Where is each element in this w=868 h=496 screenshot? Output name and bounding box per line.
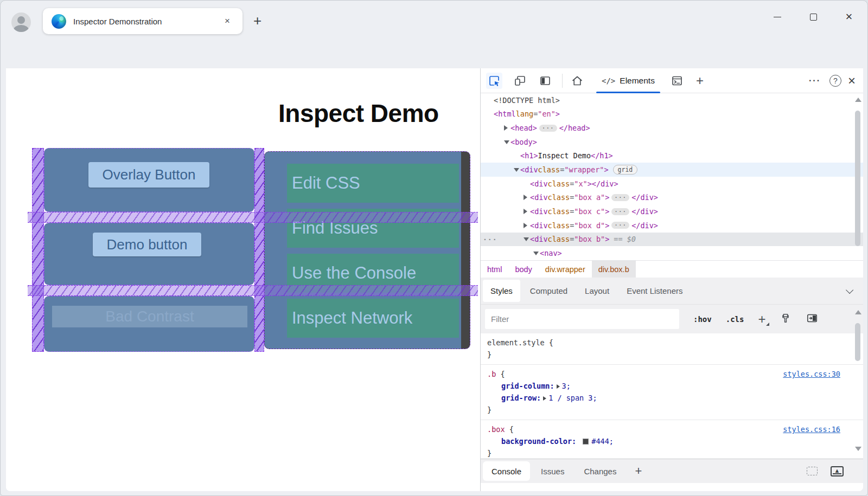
dom-token-val: "box c" <box>574 207 605 216</box>
css-property[interactable]: grid-row:1 / span 3; <box>481 392 863 404</box>
breadcrumb-item[interactable]: html <box>481 261 508 278</box>
styles-tab-layout[interactable]: Layout <box>577 280 617 302</box>
dom-tree-row[interactable]: <nav> <box>481 246 863 260</box>
dom-token-tag: <nav> <box>540 249 562 257</box>
dom-tree-row[interactable]: <body> <box>481 135 863 149</box>
grid-badge[interactable]: grid <box>613 165 638 175</box>
styles-pane: element.style {}.b {styles.css:30grid-co… <box>481 333 863 459</box>
drawer-more-tools-button[interactable]: + <box>635 464 642 478</box>
dom-tree-scrollbar[interactable] <box>853 95 862 260</box>
brush-rendering-icon[interactable] <box>780 312 792 326</box>
styles-tab-computed[interactable]: Computed <box>522 280 575 302</box>
dom-token-attr: class <box>548 179 570 188</box>
expand-shorthand-icon[interactable] <box>557 384 560 389</box>
dom-tree-row[interactable]: <html lang="en"> <box>481 107 863 121</box>
expand-arrow-icon[interactable] <box>523 204 530 218</box>
css-selector[interactable]: .box <box>487 425 505 434</box>
window-maximize-button[interactable] <box>802 7 824 27</box>
styles-filter-input[interactable] <box>485 309 679 329</box>
dom-tree-row[interactable]: <div class="x"></div> <box>481 177 863 191</box>
stylesheet-link[interactable]: styles.css:30 <box>783 368 840 380</box>
collapsed-content-icon[interactable]: ··· <box>611 208 629 215</box>
dom-tree-row[interactable]: <h1>Inspect Demo</h1> <box>481 149 863 163</box>
collapsed-content-icon[interactable]: ··· <box>611 222 629 229</box>
dom-token-tag: </head> <box>559 124 590 132</box>
expand-arrow-icon[interactable] <box>523 191 530 205</box>
tab-close-icon[interactable]: × <box>221 15 234 28</box>
collapsed-content-icon[interactable]: ··· <box>611 194 629 201</box>
dom-token-attr: class <box>538 165 560 174</box>
dom-token-val: "wrapper" <box>564 165 604 174</box>
color-swatch[interactable] <box>583 439 589 445</box>
computed-sidebar-toggle-icon[interactable] <box>806 312 819 326</box>
css-selector[interactable]: .b <box>487 370 496 378</box>
dom-tree-row[interactable]: <div class="box d">···</div> <box>481 218 863 233</box>
help-icon[interactable]: ? <box>829 75 841 87</box>
grid-overlay-column-gap <box>254 148 264 352</box>
dom-token-tag: <h1> <box>520 151 538 160</box>
css-property[interactable]: background-color: #444; <box>481 435 863 447</box>
breadcrumb-item[interactable]: div.box.b <box>592 261 636 278</box>
drawer-tab-changes[interactable]: Changes <box>575 461 625 481</box>
css-rule: .b {styles.css:30grid-column:3;grid-row:… <box>481 365 863 420</box>
chevron-down-icon[interactable] <box>846 286 853 293</box>
devtools-more-icon[interactable]: ··· <box>807 73 823 89</box>
dom-token-tag: > <box>605 193 609 202</box>
dock-side-icon[interactable] <box>537 73 553 89</box>
dom-token-tag: > <box>605 207 609 216</box>
css-property-name: grid-row: <box>501 394 541 402</box>
browser-tab[interactable]: Inspector Demonstration × <box>43 8 242 34</box>
toggle-class-button[interactable]: .cls <box>726 315 744 324</box>
inspect-element-icon[interactable] <box>486 73 502 89</box>
breadcrumb-item[interactable]: div.wrapper <box>539 261 592 278</box>
page-nav-link[interactable]: Edit CSS <box>287 164 459 203</box>
device-rotate-icon[interactable] <box>807 467 818 475</box>
more-tabs-button[interactable]: + <box>692 73 708 89</box>
window-minimize-button[interactable] <box>767 7 788 27</box>
dom-tree-row[interactable]: ···<div class="box b">== $0 <box>481 233 863 247</box>
devtools-close-icon[interactable]: × <box>848 73 856 88</box>
css-selector[interactable]: element.style <box>487 338 545 347</box>
styles-tab-styles[interactable]: Styles <box>483 280 520 302</box>
dom-tree-row[interactable]: <!DOCTYPE html> <box>481 93 863 107</box>
profile-avatar[interactable] <box>11 12 31 32</box>
drawer-tab-console[interactable]: Console <box>483 461 530 481</box>
expand-arrow-icon[interactable] <box>503 121 510 135</box>
window-close-button[interactable]: × <box>838 7 860 27</box>
dom-tree-row[interactable]: <div class="box a">···</div> <box>481 191 863 205</box>
content-area: Inspect Demo Edit CSSFind IssuesUse the … <box>6 68 863 491</box>
breadcrumb-item[interactable]: body <box>508 261 538 278</box>
dom-tree-row[interactable]: <head>···</head> <box>481 121 863 135</box>
expand-drawer-icon[interactable]: ▲ <box>831 466 844 476</box>
stylesheet-link[interactable]: styles.css:16 <box>783 423 840 435</box>
page-nav-link[interactable]: Inspect Network <box>287 299 459 338</box>
new-tab-button[interactable]: + <box>253 12 261 29</box>
home-icon[interactable] <box>569 73 585 89</box>
expand-arrow-icon[interactable] <box>503 135 510 149</box>
expand-arrow-icon[interactable] <box>513 163 520 177</box>
dom-tree-row[interactable]: <div class="box c">···</div> <box>481 204 863 218</box>
collapsed-content-icon[interactable]: ··· <box>539 125 557 132</box>
dom-token-tag: <html <box>494 109 516 118</box>
bad-contrast-button[interactable]: Bad Contrast <box>52 306 247 327</box>
css-property[interactable]: grid-column:3; <box>481 380 863 392</box>
expand-arrow-icon[interactable] <box>523 233 530 247</box>
expand-arrow-icon[interactable] <box>533 246 540 260</box>
dom-token-txt: Inspect Demo <box>538 151 591 160</box>
new-style-rule-button[interactable]: + <box>758 314 765 325</box>
console-panel-icon[interactable] <box>669 73 685 89</box>
tab-elements[interactable]: </> Elements <box>593 68 663 93</box>
styles-tab-event-listeners[interactable]: Event Listeners <box>619 280 690 302</box>
dom-token-pun: = <box>570 235 574 243</box>
drawer-tab-issues[interactable]: Issues <box>532 461 573 481</box>
dom-token-attr: lang <box>516 109 534 118</box>
expand-arrow-icon[interactable] <box>523 218 530 233</box>
overlay-button[interactable]: Overlay Button <box>88 162 209 188</box>
toggle-hover-state-button[interactable]: :hov <box>693 315 712 324</box>
expand-shorthand-icon[interactable] <box>543 396 546 401</box>
dom-tree-row[interactable]: <div class="wrapper">grid <box>481 163 863 177</box>
demo-button[interactable]: Demo button <box>93 233 201 256</box>
node-actions-icon[interactable]: ··· <box>483 233 497 247</box>
device-emulation-icon[interactable] <box>512 73 528 89</box>
dom-token-tag: > <box>588 179 592 188</box>
